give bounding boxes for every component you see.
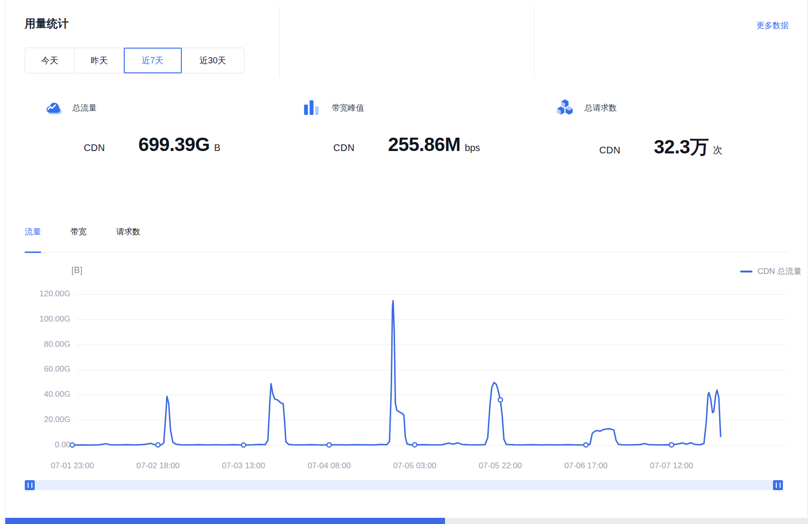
y-axis-tick-label: 120.00G bbox=[14, 289, 70, 299]
period-tab-today[interactable]: 今天 bbox=[25, 48, 75, 73]
y-axis-tick-label: 40.00G bbox=[14, 390, 70, 399]
x-axis-tick-label: 07-04 08:00 bbox=[289, 461, 370, 471]
stat-unit: B bbox=[214, 142, 220, 153]
stat-label: 总请求数 bbox=[584, 102, 617, 113]
data-point-marker bbox=[70, 443, 75, 447]
range-slider-right-handle[interactable] bbox=[773, 480, 783, 490]
tab-traffic[interactable]: 流量 bbox=[25, 225, 41, 252]
more-data-link[interactable]: 更多数据 bbox=[756, 20, 789, 31]
range-slider-left-handle[interactable] bbox=[25, 480, 35, 490]
x-axis-tick-label: 07-05 22:00 bbox=[460, 461, 541, 471]
data-point-marker bbox=[584, 443, 588, 447]
pause-handle-icon bbox=[776, 483, 781, 488]
y-axis-unit-label: [B] bbox=[71, 265, 82, 275]
range-slider-track[interactable] bbox=[25, 480, 783, 490]
stat-card-peak-bandwidth: 带宽峰值 CDN 255.86M bps bbox=[279, 93, 534, 160]
x-axis-tick-label: 07-05 03:00 bbox=[374, 461, 455, 471]
traffic-cloud-icon bbox=[44, 99, 63, 117]
data-point-marker bbox=[241, 443, 246, 447]
x-axis-tick-label: 07-02 18:00 bbox=[118, 461, 198, 471]
stat-divider bbox=[279, 6, 280, 77]
traffic-line-chart bbox=[0, 0, 812, 524]
stat-value: 699.39G bbox=[139, 134, 210, 155]
page-title: 用量统计 bbox=[25, 16, 69, 31]
stat-divider bbox=[534, 6, 535, 77]
y-axis-tick-label: 80.00G bbox=[14, 340, 70, 349]
panel-left-border bbox=[5, 0, 5, 524]
stat-product: CDN bbox=[84, 142, 105, 153]
y-axis-tick-label: 60.00G bbox=[14, 364, 70, 374]
usage-statistics-panel: 用量统计 更多数据 今天 昨天 近7天 近30天 bbox=[0, 0, 812, 524]
legend-label: CDN 总流量 bbox=[757, 266, 802, 277]
legend-cdn-total-traffic[interactable]: CDN 总流量 bbox=[740, 266, 802, 277]
period-tab-group: 今天 昨天 近7天 近30天 bbox=[25, 48, 245, 73]
pause-handle-icon bbox=[28, 483, 32, 488]
stat-card-total-requests: 总请求数 CDN 32.3万 次 bbox=[534, 93, 788, 160]
partial-slider-bottom[interactable] bbox=[5, 518, 807, 524]
data-point-marker bbox=[156, 443, 160, 447]
panel-right-border bbox=[807, 0, 808, 524]
legend-dash bbox=[740, 271, 753, 272]
x-axis-tick-label: 07-06 17:00 bbox=[545, 461, 626, 471]
stat-label: 总流量 bbox=[72, 102, 97, 113]
y-axis-tick-label: 0.00 bbox=[14, 440, 70, 450]
stat-cards: 总流量 CDN 699.39G B 带宽峰值 bbox=[25, 93, 788, 160]
period-tab-yesterday[interactable]: 昨天 bbox=[75, 48, 124, 73]
x-axis-tick-label: 07-03 13:00 bbox=[203, 461, 284, 471]
stat-unit: 次 bbox=[713, 144, 723, 157]
tab-requests[interactable]: 请求数 bbox=[116, 225, 140, 252]
x-axis-tick-label: 07-01 23:00 bbox=[32, 461, 113, 471]
tab-bandwidth[interactable]: 带宽 bbox=[70, 225, 87, 252]
bandwidth-bars-icon bbox=[303, 99, 322, 117]
data-point-marker bbox=[498, 398, 503, 402]
y-axis-tick-label: 100.00G bbox=[14, 314, 70, 324]
partial-slider-bottom-fill bbox=[5, 518, 445, 524]
stat-unit: bps bbox=[465, 142, 480, 153]
period-tab-last-30-days[interactable]: 近30天 bbox=[181, 48, 244, 73]
requests-cubes-icon bbox=[556, 99, 575, 117]
chart-range-slider bbox=[25, 480, 783, 490]
y-axis-tick-label: 20.00G bbox=[14, 415, 70, 424]
series-line-cdn-total-traffic bbox=[72, 301, 721, 445]
stat-value: 255.86M bbox=[388, 134, 460, 155]
stat-product: CDN bbox=[599, 145, 621, 156]
stat-label: 带宽峰值 bbox=[332, 102, 364, 113]
stat-product: CDN bbox=[333, 142, 355, 153]
chart-axis-labels: 120.00G100.00G80.00G60.00G40.00G20.00G0.… bbox=[0, 0, 812, 524]
x-axis-tick-label: 07-07 12:00 bbox=[631, 461, 712, 471]
data-point-marker bbox=[669, 443, 673, 447]
data-point-marker bbox=[413, 443, 417, 447]
stat-card-total-traffic: 总流量 CDN 699.39G B bbox=[25, 93, 279, 160]
metric-tab-bar: 流量 带宽 请求数 bbox=[25, 225, 788, 252]
data-point-marker bbox=[327, 443, 331, 447]
stat-value: 32.3万 bbox=[654, 134, 709, 160]
period-tab-last-7-days[interactable]: 近7天 bbox=[124, 48, 181, 73]
